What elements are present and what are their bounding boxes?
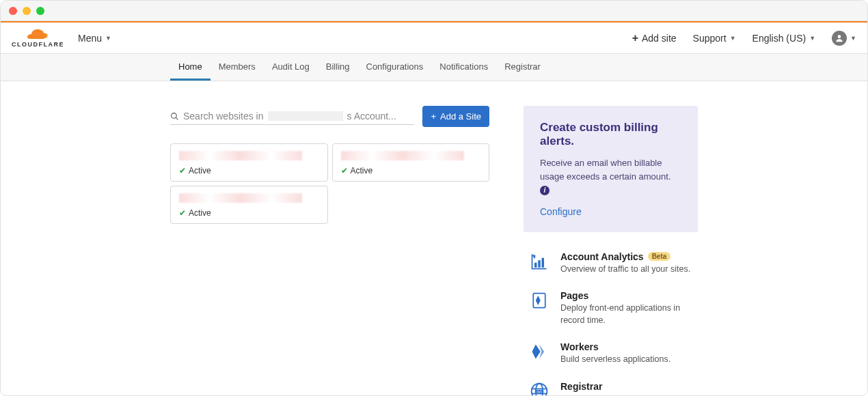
feature-desc: Build serverless applications.: [560, 354, 692, 366]
redacted-site-name: [341, 151, 464, 160]
check-icon: ✔: [341, 166, 348, 175]
add-site-button-label: Add a Site: [440, 111, 481, 122]
site-status: ✔Active: [179, 208, 319, 218]
feature-title: Account AnalyticsBeta: [560, 251, 692, 262]
search-row: Search websites in s Account... + Add a …: [170, 106, 489, 127]
language-label: English (US): [752, 33, 806, 44]
svg-line-2: [176, 117, 178, 119]
feature-body: PagesDeploy front-end applications in re…: [560, 290, 692, 326]
sites-grid: ✔Active✔Active✔Active: [170, 143, 489, 224]
svg-rect-3: [534, 262, 537, 267]
tab-audit-log[interactable]: Audit Log: [264, 54, 318, 81]
status-label: Active: [189, 166, 211, 175]
registrar-icon: www: [529, 381, 550, 397]
redacted-account-name: [268, 111, 343, 121]
billing-alerts-promo: Create custom billing alerts. Receive an…: [524, 106, 698, 232]
search-icon: [170, 112, 179, 121]
feature-title: Registrar: [560, 381, 692, 392]
configure-link[interactable]: Configure: [540, 206, 582, 217]
svg-rect-4: [538, 260, 541, 268]
feature-body: WorkersBuild serverless applications.: [560, 341, 692, 366]
status-label: Active: [189, 208, 211, 218]
menu-label: Menu: [78, 33, 102, 44]
beta-badge: Beta: [648, 252, 671, 261]
feature-desc: Overview of traffic to all your sites.: [560, 264, 692, 276]
window-maximize-icon[interactable]: [36, 7, 44, 15]
chevron-down-icon: ▼: [809, 35, 815, 42]
cloud-icon: [25, 28, 51, 40]
search-suffix: s Account...: [347, 111, 396, 122]
search-input[interactable]: Search websites in s Account...: [170, 108, 414, 125]
analytics-icon: [529, 251, 550, 272]
cloudflare-logo[interactable]: CLOUDFLARE: [12, 28, 64, 48]
menu-button[interactable]: Menu ▼: [78, 33, 111, 44]
feature-desc: Transfer domains with zero mark-up on re…: [560, 393, 692, 397]
feature-body: Account AnalyticsBetaOverview of traffic…: [560, 251, 692, 276]
site-card[interactable]: ✔Active: [332, 143, 490, 182]
window-close-icon[interactable]: [9, 7, 17, 15]
window-minimize-icon[interactable]: [23, 7, 31, 15]
add-site-link[interactable]: + Add site: [632, 32, 677, 44]
chevron-down-icon: ▼: [730, 35, 736, 42]
promo-body: Receive an email when billable usage exc…: [540, 156, 681, 197]
window-chrome: [1, 1, 867, 21]
chevron-down-icon: ▼: [850, 35, 856, 42]
sidebar: Create custom billing alerts. Receive an…: [524, 106, 698, 396]
topbar: CLOUDFLARE Menu ▼ + Add site Support ▼ E…: [1, 23, 867, 54]
content: Search websites in s Account... + Add a …: [1, 81, 867, 396]
search-prefix: Search websites in: [183, 111, 264, 122]
pages-icon: [529, 290, 550, 311]
support-label: Support: [693, 33, 727, 44]
workers-icon: [529, 341, 550, 362]
topbar-right: + Add site Support ▼ English (US) ▼ ▼: [632, 31, 856, 46]
site-card[interactable]: ✔Active: [170, 143, 328, 182]
svg-rect-5: [542, 257, 545, 267]
chevron-down-icon: ▼: [105, 35, 111, 42]
plus-icon: +: [632, 32, 638, 44]
check-icon: ✔: [179, 208, 186, 218]
svg-text:www: www: [537, 390, 542, 393]
account-dropdown[interactable]: ▼: [832, 31, 856, 46]
tab-notifications[interactable]: Notifications: [431, 54, 496, 81]
add-site-button[interactable]: + Add a Site: [422, 106, 489, 127]
feature-registrar[interactable]: wwwRegistrarTransfer domains with zero m…: [529, 381, 692, 397]
tabbar: HomeMembersAudit LogBillingConfiguration…: [1, 54, 867, 81]
feature-account-analytics[interactable]: Account AnalyticsBetaOverview of traffic…: [529, 251, 692, 276]
tab-home[interactable]: Home: [170, 54, 211, 81]
site-status: ✔Active: [179, 166, 319, 175]
status-label: Active: [351, 166, 373, 175]
feature-pages[interactable]: PagesDeploy front-end applications in re…: [529, 290, 692, 326]
feature-body: RegistrarTransfer domains with zero mark…: [560, 381, 692, 397]
tab-registrar[interactable]: Registrar: [496, 54, 549, 81]
main-column: Search websites in s Account... + Add a …: [170, 106, 489, 396]
feature-workers[interactable]: WorkersBuild serverless applications.: [529, 341, 692, 366]
feature-list: Account AnalyticsBetaOverview of traffic…: [524, 249, 698, 397]
feature-title: Workers: [560, 341, 692, 352]
user-avatar-icon: [832, 31, 847, 46]
svg-point-0: [838, 35, 841, 38]
redacted-site-name: [179, 151, 302, 160]
site-status: ✔Active: [341, 166, 481, 175]
tab-members[interactable]: Members: [211, 54, 264, 81]
promo-title: Create custom billing alerts.: [540, 121, 681, 148]
language-dropdown[interactable]: English (US) ▼: [752, 33, 816, 44]
plus-icon: +: [431, 111, 436, 122]
redacted-site-name: [179, 193, 302, 203]
info-icon[interactable]: i: [540, 186, 550, 195]
feature-title: Pages: [560, 290, 692, 301]
tab-billing[interactable]: Billing: [318, 54, 358, 81]
svg-point-1: [172, 113, 177, 118]
site-card[interactable]: ✔Active: [170, 186, 328, 224]
topbar-left: CLOUDFLARE Menu ▼: [12, 28, 111, 48]
feature-desc: Deploy front-end applications in record …: [560, 302, 692, 326]
tab-configurations[interactable]: Configurations: [358, 54, 432, 81]
support-dropdown[interactable]: Support ▼: [693, 33, 736, 44]
add-site-label: Add site: [642, 33, 677, 44]
brand-text: CLOUDFLARE: [12, 42, 64, 48]
check-icon: ✔: [179, 166, 186, 175]
